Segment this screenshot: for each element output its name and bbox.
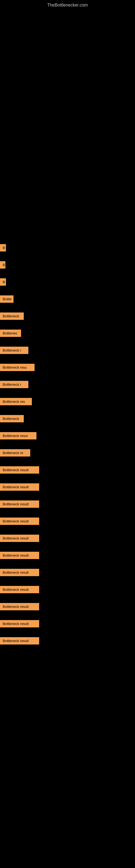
bottleneck-result-badge: Bottleneck result — [0, 518, 39, 525]
bottleneck-row: Bottleneck result — [0, 586, 135, 595]
bottleneck-result-badge: Bottleneck r — [0, 347, 28, 354]
bottleneck-result-badge: Bottleneck result — [0, 484, 39, 491]
bottleneck-row: Bottleneck result — [0, 484, 135, 492]
bottleneck-result-badge: Bottleneck re — [0, 449, 30, 457]
bottleneck-row: Bottleneck r — [0, 347, 135, 355]
bottleneck-result-badge: B — [0, 261, 5, 269]
bottleneck-result-badge: Bottleneck result — [0, 466, 39, 474]
bottleneck-result-badge: Bottleneck — [0, 415, 24, 422]
bottleneck-result-badge: Bottleneck result — [0, 620, 39, 627]
bottleneck-result-badge: Bottleneck — [0, 312, 24, 320]
bottleneck-result-badge: Bottleneck result — [0, 586, 39, 593]
bottleneck-row: Bottleneck result — [0, 518, 135, 527]
bottleneck-row: Bottleneck r — [0, 381, 135, 390]
bottleneck-result-badge: B — [0, 244, 6, 251]
bottleneck-result-badge: Bottleneck resu — [0, 364, 35, 371]
bottleneck-row: Bottleneck result — [0, 552, 135, 561]
bottleneck-row: Bottleneck result — [0, 500, 135, 509]
bottleneck-result-badge: B — [0, 278, 6, 286]
bottleneck-row: Bottleneck res — [0, 398, 135, 407]
bottleneck-result-badge: Bottle — [0, 296, 13, 303]
bottleneck-row: Bottleneck result — [0, 569, 135, 578]
bottleneck-row: Bottleneck — [0, 312, 135, 321]
bottleneck-row: Bottleneck resul — [0, 432, 135, 441]
bottleneck-row: B — [0, 261, 135, 270]
bottleneck-row: Bottleneck result — [0, 535, 135, 544]
bottleneck-row: Bottleneck result — [0, 466, 135, 475]
bottleneck-row: Bottleneck re — [0, 449, 135, 458]
bottleneck-result-badge: Bottleneck result — [0, 637, 39, 645]
bottleneck-result-badge: Bottleneck result — [0, 535, 39, 542]
bottleneck-result-badge: Bottleneck resul — [0, 432, 37, 439]
bottleneck-row: Bottle — [0, 296, 135, 304]
bottleneck-row: Bottleneck result — [0, 620, 135, 629]
bottleneck-result-badge: Bottleneck result — [0, 569, 39, 576]
bottleneck-row: Bottleneck result — [0, 603, 135, 612]
bottleneck-row: B — [0, 278, 135, 287]
bottleneck-result-badge: Bottleneck res — [0, 398, 32, 405]
bottleneck-row: Bottleneck result — [0, 637, 135, 646]
bottleneck-row: Bottleneck — [0, 415, 135, 424]
bottleneck-result-badge: Bottlenec — [0, 330, 21, 337]
bottleneck-result-badge: Bottleneck result — [0, 603, 39, 610]
bottleneck-row: Bottlenec — [0, 330, 135, 339]
bottleneck-result-badge: Bottleneck r — [0, 381, 28, 388]
bottleneck-result-badge: Bottleneck result — [0, 500, 39, 508]
site-title: TheBottlenecker.com — [0, 0, 135, 9]
bottleneck-row: Bottleneck resu — [0, 364, 135, 373]
bottleneck-list: BBBBottleBottleneckBottlenecBottleneck r… — [0, 244, 135, 654]
bottleneck-result-badge: Bottleneck result — [0, 552, 39, 559]
bottleneck-row: B — [0, 244, 135, 253]
